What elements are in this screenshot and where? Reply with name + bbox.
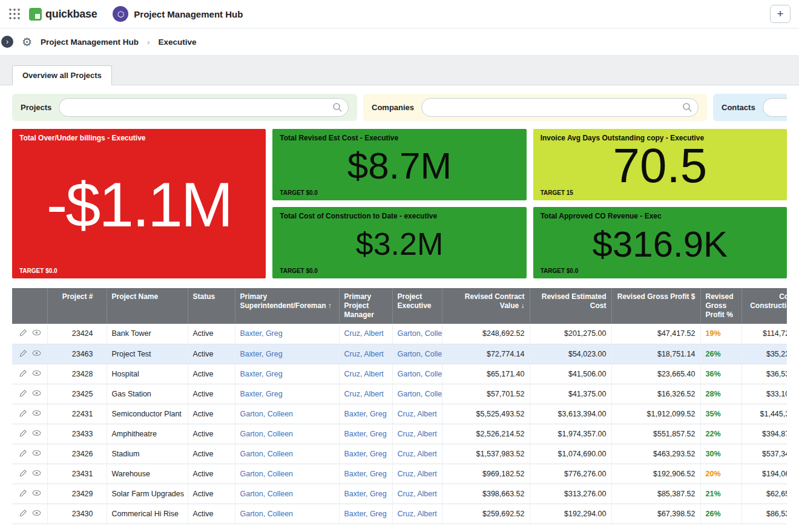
- table-row: 23463Project TestActiveBaxter, GregCruz,…: [12, 344, 787, 364]
- cell-executive[interactable]: Cruz, Albert: [392, 404, 442, 424]
- cell-executive[interactable]: Garton, Colleen: [392, 324, 442, 344]
- kpi-card-over-under-billings[interactable]: Total Over/Under billings - Executive -$…: [12, 129, 266, 278]
- add-new-button[interactable]: +: [770, 5, 791, 23]
- cell-superintendent[interactable]: Garton, Colleen: [235, 504, 339, 524]
- cell-pm[interactable]: Baxter, Greg: [339, 404, 392, 424]
- cell-superintendent[interactable]: Garton, Colleen: [235, 404, 339, 424]
- cell-pm[interactable]: Baxter, Greg: [339, 424, 392, 444]
- app-launcher-grid-icon[interactable]: [8, 8, 21, 20]
- col-header-profit_pct[interactable]: Revised Gross Profit %: [700, 288, 741, 324]
- kpi-card-revised-est-cost[interactable]: Total Revised Est Cost - Executive $8.7M…: [272, 129, 526, 200]
- cell-cost_to_date: $114,726.75: [741, 324, 787, 344]
- cell-superintendent[interactable]: Garton, Colleen: [235, 464, 339, 484]
- view-record-eye-icon[interactable]: [32, 410, 41, 418]
- cell-executive[interactable]: Garton, Colleen: [392, 364, 442, 384]
- contacts-search-input[interactable]: [763, 98, 787, 117]
- cell-superintendent[interactable]: Baxter, Greg: [235, 324, 339, 344]
- cell-superintendent[interactable]: Baxter, Greg: [235, 384, 339, 404]
- cell-superintendent[interactable]: Garton, Colleen: [235, 484, 339, 504]
- projects-search-input[interactable]: [59, 98, 349, 117]
- companies-search-input[interactable]: [421, 98, 699, 117]
- cell-executive[interactable]: Garton, Colleen: [392, 384, 442, 404]
- col-header-contract_value[interactable]: Revised Contract Value ↓: [442, 288, 530, 324]
- cell-superintendent[interactable]: Garton, Colleen: [235, 444, 339, 464]
- cell-superintendent[interactable]: Baxter, Greg: [235, 364, 339, 384]
- cell-project_num: 22431: [47, 404, 107, 424]
- col-header-gross_profit[interactable]: Revised Gross Profit $: [611, 288, 700, 324]
- kpi-card-invoice-avg-days-outstanding[interactable]: Invoice Avg Days Outstanding copy - Exec…: [533, 129, 787, 200]
- col-header-project_num[interactable]: Project #: [47, 288, 107, 324]
- cell-pm[interactable]: Cruz, Albert: [339, 364, 392, 384]
- projects-search: [59, 98, 349, 117]
- edit-record-pencil-icon[interactable]: [19, 329, 27, 338]
- app-identity[interactable]: ⬡ Project Management Hub: [113, 6, 243, 22]
- view-record-eye-icon[interactable]: [32, 350, 41, 358]
- cell-superintendent[interactable]: Baxter, Greg: [235, 344, 339, 364]
- cell-name: Semiconductor Plant: [107, 404, 188, 424]
- col-header-est_cost[interactable]: Revised Estimated Cost: [530, 288, 611, 324]
- kpi-card-approved-co-revenue[interactable]: Total Approved CO Revenue - Exec $316.9K…: [533, 207, 787, 278]
- cell-pm[interactable]: Cruz, Albert: [339, 324, 392, 344]
- view-record-eye-icon[interactable]: [32, 390, 41, 398]
- view-record-eye-icon[interactable]: [32, 370, 41, 378]
- cell-executive[interactable]: Cruz, Albert: [392, 464, 442, 484]
- quickbase-logo-icon: [29, 8, 42, 21]
- col-header-executive[interactable]: Project Executive: [392, 288, 442, 324]
- cell-pm[interactable]: Baxter, Greg: [339, 464, 392, 484]
- cell-pm[interactable]: Baxter, Greg: [339, 504, 392, 524]
- view-record-eye-icon[interactable]: [32, 450, 41, 458]
- edit-record-pencil-icon[interactable]: [19, 489, 27, 499]
- table-row: 23429Solar Farm UpgradesActiveGarton, Co…: [12, 484, 787, 504]
- table-row: 23433AmphitheatreActiveGarton, ColleenBa…: [12, 424, 787, 444]
- cell-executive[interactable]: Cruz, Albert: [392, 504, 442, 524]
- col-header-pm[interactable]: Primary Project Manager: [339, 288, 392, 324]
- cell-est_cost: $313,276.00: [530, 484, 611, 504]
- tab-overview-all-projects[interactable]: Overview all Projects: [12, 65, 112, 85]
- cell-executive[interactable]: Cruz, Albert: [392, 424, 442, 444]
- settings-gear-icon[interactable]: ⚙: [22, 35, 32, 49]
- projects-filter-label: Projects: [21, 103, 51, 112]
- edit-record-pencil-icon[interactable]: [19, 449, 27, 459]
- cell-name: Commerical Hi Rise: [107, 504, 188, 524]
- cell-pm[interactable]: Cruz, Albert: [339, 384, 392, 404]
- cell-pm[interactable]: Baxter, Greg: [339, 484, 392, 504]
- cell-executive[interactable]: Cruz, Albert: [392, 484, 442, 504]
- quickbase-logo[interactable]: quickbase: [29, 8, 97, 21]
- cell-status: Active: [188, 324, 235, 344]
- breadcrumb-root[interactable]: Project Management Hub: [41, 38, 139, 47]
- cell-superintendent[interactable]: Garton, Colleen: [235, 424, 339, 444]
- cell-pm[interactable]: Baxter, Greg: [339, 444, 392, 464]
- view-record-eye-icon[interactable]: [32, 490, 41, 498]
- edit-record-pencil-icon[interactable]: [19, 509, 27, 519]
- cell-name: Amphitheatre: [107, 424, 188, 444]
- edit-record-pencil-icon[interactable]: [19, 369, 27, 379]
- col-header-status[interactable]: Status: [188, 288, 235, 324]
- edit-record-pencil-icon[interactable]: [19, 469, 27, 479]
- col-header-cost_to_date[interactable]: Cost of Construction to Date: [741, 288, 787, 324]
- cell-executive[interactable]: Garton, Colleen: [392, 344, 442, 364]
- breadcrumb-separator-icon: ›: [147, 38, 150, 47]
- table-row: 23431WarehouseActiveGarton, ColleenBaxte…: [12, 464, 787, 484]
- col-header-name[interactable]: Project Name: [107, 288, 188, 324]
- cell-project_num: 23429: [47, 484, 107, 504]
- cell-pm[interactable]: Cruz, Albert: [339, 344, 392, 364]
- edit-record-pencil-icon[interactable]: [19, 409, 27, 419]
- cell-project_num: 23424: [47, 324, 107, 344]
- cell-status: Active: [188, 364, 235, 384]
- cell-name: Solar Farm Upgrades: [107, 484, 188, 504]
- edit-record-pencil-icon[interactable]: [19, 389, 27, 399]
- sidebar-expander-chevron-icon[interactable]: ›: [1, 36, 13, 48]
- cell-status: Active: [188, 384, 235, 404]
- kpi-card-cost-of-construction-to-date[interactable]: Total Cost of Construction to Date - exe…: [272, 207, 526, 278]
- view-record-eye-icon[interactable]: [32, 510, 41, 518]
- cell-name: Hospital: [107, 364, 188, 384]
- breadcrumb-current[interactable]: Executive: [158, 38, 196, 47]
- cell-executive[interactable]: Cruz, Albert: [392, 444, 442, 464]
- cell-name: Gas Station: [107, 384, 188, 404]
- view-record-eye-icon[interactable]: [32, 329, 41, 338]
- edit-record-pencil-icon[interactable]: [19, 349, 27, 359]
- view-record-eye-icon[interactable]: [32, 430, 41, 438]
- edit-record-pencil-icon[interactable]: [19, 429, 27, 439]
- view-record-eye-icon[interactable]: [32, 470, 41, 478]
- col-header-superintendent[interactable]: Primary Superintendent/Foreman ↑: [235, 288, 339, 324]
